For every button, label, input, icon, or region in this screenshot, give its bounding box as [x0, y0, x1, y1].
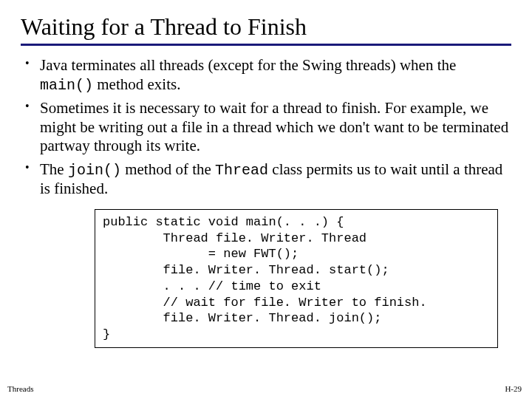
inline-code: Thread — [215, 162, 268, 179]
bullet-item: Java terminates all threads (except for … — [24, 56, 511, 95]
inline-code: join() — [68, 162, 121, 179]
code-line: file. Writer. Thread. join(); — [103, 311, 381, 325]
slide-title: Waiting for a Thread to Finish — [21, 13, 511, 41]
code-line: file. Writer. Thread. start(); — [103, 263, 389, 277]
bullet-item: Sometimes it is necessary to wait for a … — [24, 99, 511, 156]
bullet-item: The join() method of the Thread class pe… — [24, 160, 511, 199]
code-line: . . . // time to exit — [103, 279, 321, 293]
bullet-text: method exits. — [93, 75, 180, 93]
bullet-text: Java terminates all threads (except for … — [40, 56, 456, 74]
code-block: public static void main(. . .) { Thread … — [95, 209, 498, 348]
bullet-text: method of the — [121, 160, 215, 178]
code-line: = new FWT(); — [103, 247, 299, 261]
code-line: public static void main(. . .) { — [103, 215, 344, 229]
code-line: // wait for file. Writer to finish. — [103, 296, 427, 310]
title-underline — [21, 44, 511, 46]
bullet-text: The — [40, 160, 68, 178]
code-line: Thread file. Writer. Thread — [103, 231, 366, 245]
bullet-text: Sometimes it is necessary to wait for a … — [40, 99, 508, 154]
code-line: } — [103, 327, 110, 341]
footer-right: H-29 — [505, 384, 522, 393]
footer-left: Threads — [7, 384, 33, 393]
inline-code: main() — [40, 77, 93, 94]
bullet-list: Java terminates all threads (except for … — [21, 56, 511, 199]
